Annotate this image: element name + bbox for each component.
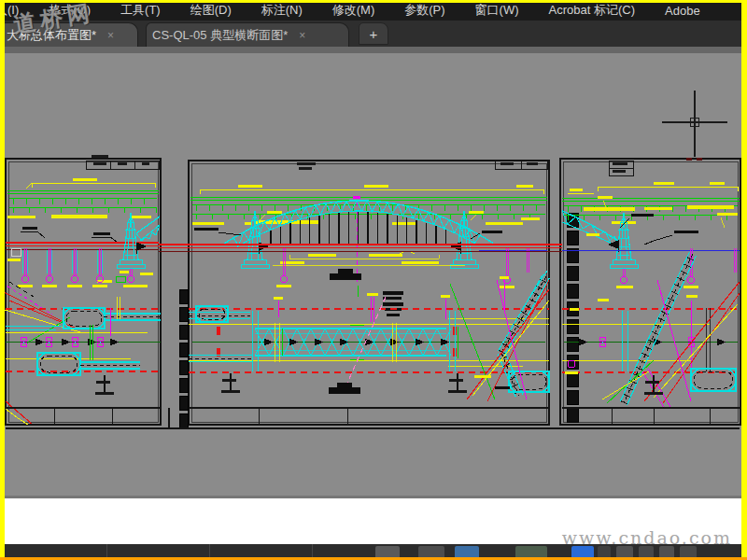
toolbar-strip	[0, 47, 747, 53]
tab-typical-cross-section[interactable]: CS-QL-05 典型横断面图* ×	[146, 22, 349, 47]
plus-icon: +	[370, 26, 378, 42]
taskbar-separator	[106, 544, 107, 557]
screenshot-border-left	[0, 0, 5, 560]
menu-item-tools[interactable]: 工具(T)	[120, 2, 161, 19]
menu-item-acrobat[interactable]: Acrobat 标记(C)	[549, 2, 635, 19]
watermark-cndao: www.cndao.com	[562, 527, 732, 548]
taskbar-app-icon[interactable]	[455, 546, 479, 557]
taskbar-separator	[209, 544, 210, 557]
drawing-canvas[interactable]	[0, 0, 747, 560]
close-icon[interactable]: ×	[299, 30, 305, 41]
menu-item-parametric[interactable]: 参数(P)	[404, 2, 444, 19]
menu-item-window[interactable]: 窗口(W)	[475, 2, 519, 19]
tab-label: CS-QL-05 典型横断面图*	[152, 27, 288, 44]
new-tab-button[interactable]: +	[359, 22, 388, 45]
menu-item-draw[interactable]: 绘图(D)	[190, 2, 232, 19]
menu-item-modify[interactable]: 修改(M)	[332, 2, 375, 19]
taskbar-app-icon[interactable]	[418, 546, 444, 557]
menu-item-adobe[interactable]: Adobe	[665, 4, 700, 18]
menu-item-dimension[interactable]: 标注(N)	[261, 2, 303, 19]
autocad-window: 入(I) 格式(O) 工具(T) 绘图(D) 标注(N) 修改(M) 参数(P)…	[0, 0, 747, 560]
taskbar-app-icon[interactable]	[375, 546, 400, 557]
close-icon[interactable]: ×	[107, 30, 114, 41]
screenshot-border-top	[0, 0, 747, 3]
menu-bar: 入(I) 格式(O) 工具(T) 绘图(D) 标注(N) 修改(M) 参数(P)…	[0, 0, 747, 21]
taskbar-app-icon[interactable]	[515, 546, 547, 557]
taskbar-separator	[312, 544, 313, 557]
screenshot-border-right	[741, 0, 747, 560]
file-tab-bar: 大桥总体布置图* × CS-QL-05 典型横断面图* × +	[0, 21, 747, 47]
